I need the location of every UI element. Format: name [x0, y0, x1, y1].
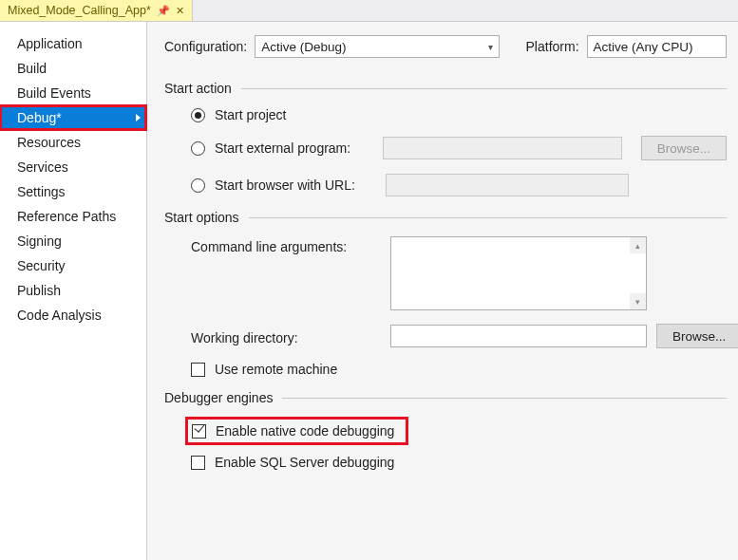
sidebar-item-publish[interactable]: Publish — [0, 278, 146, 303]
section-title: Start action — [164, 81, 232, 96]
cmd-args-label: Command line arguments: — [191, 236, 381, 254]
section-debugger-engines: Debugger engines — [164, 390, 727, 405]
radio-icon — [191, 178, 205, 193]
sidebar-item-settings[interactable]: Settings — [0, 179, 146, 204]
sidebar-item-services[interactable]: Services — [0, 155, 146, 179]
sidebar-item-security[interactable]: Security — [0, 253, 146, 278]
scroll-up-icon[interactable]: ▴ — [630, 237, 646, 253]
sidebar-item-build[interactable]: Build — [0, 56, 146, 81]
sidebar-item-resources[interactable]: Resources — [0, 130, 146, 155]
platform-label: Platform: — [526, 39, 579, 54]
config-row: Configuration: Active (Debug) ▾ Platform… — [164, 35, 727, 58]
enable-sql-checkbox[interactable] — [191, 456, 205, 470]
configuration-value: Active (Debug) — [261, 40, 346, 54]
tab-title: Mixed_Mode_Calling_App* — [8, 4, 151, 17]
use-remote-checkbox[interactable] — [191, 363, 205, 377]
section-title: Start options — [164, 210, 239, 225]
pin-icon[interactable]: 📌 — [157, 5, 170, 17]
radio-start-browser[interactable]: Start browser with URL: — [191, 174, 727, 196]
radio-icon — [191, 108, 205, 122]
content-panel: Configuration: Active (Debug) ▾ Platform… — [147, 22, 738, 560]
configuration-dropdown[interactable]: Active (Debug) ▾ — [255, 35, 500, 58]
tabstrip: Mixed_Mode_Calling_App* 📌 ✕ — [0, 0, 738, 22]
radio-icon — [191, 141, 205, 156]
sidebar: Application Build Build Events Debug* Re… — [0, 22, 147, 560]
sidebar-item-reference-paths[interactable]: Reference Paths — [0, 204, 146, 229]
sidebar-item-debug[interactable]: Debug* — [0, 105, 146, 130]
sidebar-item-signing[interactable]: Signing — [0, 229, 146, 253]
browser-url-field[interactable] — [386, 174, 629, 196]
close-icon[interactable]: ✕ — [176, 5, 184, 17]
scroll-down-icon[interactable]: ▾ — [630, 293, 646, 309]
enable-native-checkbox[interactable] — [192, 424, 206, 439]
highlighted-native-debug: Enable native code debugging — [185, 417, 408, 445]
platform-dropdown[interactable]: Active (Any CPU) — [587, 35, 727, 58]
sidebar-item-application[interactable]: Application — [0, 31, 146, 56]
radio-start-project[interactable]: Start project — [191, 107, 727, 122]
cmd-args-textarea[interactable]: ▴ ▾ — [390, 236, 647, 310]
section-title: Debugger engines — [164, 390, 273, 405]
external-program-field[interactable] — [383, 137, 622, 159]
chevron-down-icon: ▾ — [488, 42, 493, 52]
section-start-options: Start options — [164, 210, 727, 225]
platform-value: Active (Any CPU) — [594, 40, 693, 54]
working-dir-field[interactable] — [390, 325, 647, 347]
browse-working-dir-button[interactable]: Browse... — [656, 324, 738, 348]
browse-external-button[interactable]: Browse... — [641, 136, 727, 160]
document-tab[interactable]: Mixed_Mode_Calling_App* 📌 ✕ — [0, 0, 193, 21]
section-start-action: Start action — [164, 81, 727, 96]
radio-start-external[interactable]: Start external program: Browse... — [191, 136, 727, 160]
working-dir-label: Working directory: — [191, 327, 381, 345]
configuration-label: Configuration: — [164, 39, 247, 54]
sidebar-item-code-analysis[interactable]: Code Analysis — [0, 303, 146, 327]
sidebar-item-build-events[interactable]: Build Events — [0, 81, 146, 105]
